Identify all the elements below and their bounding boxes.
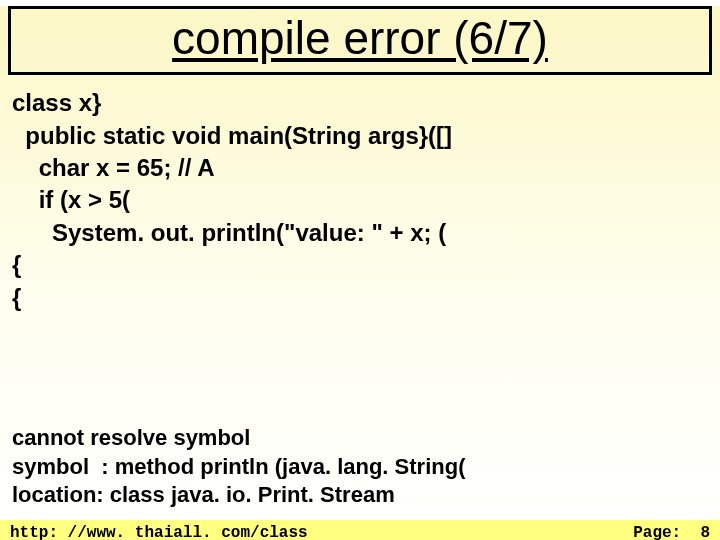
footer-bar: http: //www. thaiall. com/class Page: 8: [0, 520, 720, 540]
code-block: class x} public static void main(String …: [12, 87, 710, 314]
slide-title: compile error (6/7): [8, 6, 712, 75]
slide: compile error (6/7) class x} public stat…: [0, 6, 720, 540]
footer-page: Page: 8: [633, 524, 710, 540]
error-message: cannot resolve symbol symbol : method pr…: [12, 424, 465, 510]
footer-url: http: //www. thaiall. com/class: [10, 524, 308, 540]
